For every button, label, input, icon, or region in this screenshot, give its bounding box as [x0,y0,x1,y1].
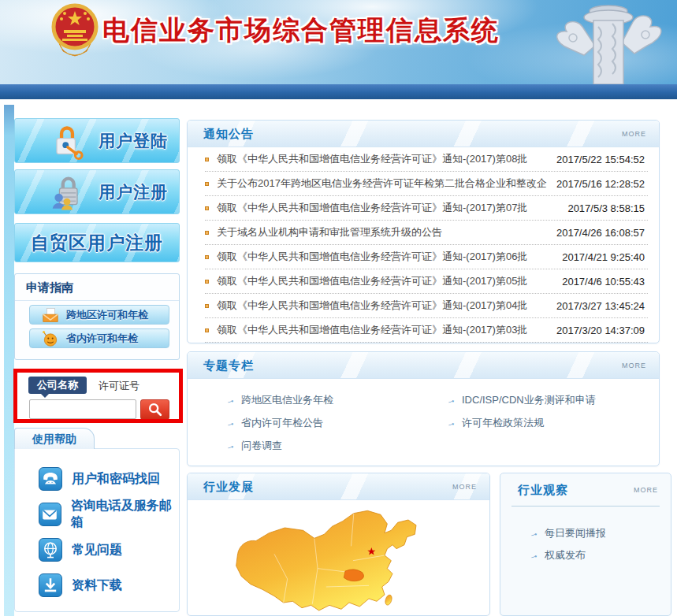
arrow-icon: → [224,416,236,429]
notices-more-link[interactable]: MORE [622,130,646,138]
national-emblem-icon [47,2,102,60]
notice-row: 领取《中华人民共和国增值电信业务经营许可证》通知-(2017)第07批2017/… [205,196,648,221]
ftz-register-button[interactable]: 自贸区用户注册 [14,223,180,262]
notice-row: 领取《中华人民共和国增值电信业务经营许可证》通知-(2017)第08批2017/… [205,147,648,172]
arrow-icon: → [224,439,236,452]
application-guide-panel: 申请指南 跨地区许可和年检 省内许可和年检 [14,273,180,360]
search-button[interactable] [140,399,169,420]
help-item-password-recovery[interactable]: 用户和密码找回 [39,466,160,492]
tab-license-number[interactable]: 许可证号 [99,379,139,393]
bullet-icon [205,304,209,308]
notice-link[interactable]: 关于域名从业机构申请和审批管理系统升级的公告 [217,225,547,239]
application-guide-title: 申请指南 [15,274,179,301]
notice-link[interactable]: 领取《中华人民共和国增值电信业务经营许可证》通知-(2017)第07批 [217,201,558,215]
cross-region-license-button[interactable]: 跨地区许可和年检 [29,305,169,325]
industry-watch-panel: 行业观察 MORE → 每日要闻播报 → 权威发布 [500,473,671,616]
mail-icon [39,503,61,526]
industry-watch-list: → 每日要闻播报 → 权威发布 [529,522,606,566]
notice-date: 2017/3/27 13:45:24 [556,300,648,312]
user-register-button[interactable]: 用户注册 [14,169,180,214]
help-item-label: 资料下载 [72,577,122,594]
help-item-downloads[interactable]: 资料下载 [39,573,122,598]
notice-date: 2017/5/3 8:58:15 [567,202,648,214]
site-header: 电信业务市场综合管理信息系统 [0,0,677,84]
smiley-icon [41,331,60,347]
top-nav-bar [0,84,677,99]
notice-date: 2017/4/6 10:55:43 [562,276,648,288]
industry-watch-header: 行业观察 MORE [511,473,660,507]
industry-watch-title: 行业观察 [518,483,568,498]
notice-date: 2017/4/26 16:08:57 [556,227,648,239]
topics-right-column: → IDC/ISP/CDN业务测评和申请 → 许可年检政策法规 [446,388,596,434]
industry-watch-more-link[interactable]: MORE [634,486,658,494]
notice-link[interactable]: 领取《中华人民共和国增值电信业务经营许可证》通知-(2017)第03批 [217,323,547,337]
topics-panel-header: 专题专栏 MORE [188,352,659,379]
watch-link-label: 权威发布 [545,548,586,562]
industry-development-more-link[interactable]: MORE [452,483,477,491]
industry-development-header: 行业发展 MORE [188,473,489,500]
bullet-icon [205,280,209,284]
topic-link-label: 跨地区电信业务年检 [241,393,333,407]
notice-link[interactable]: 领取《中华人民共和国增值电信业务经营许可证》通知-(2017)第08批 [217,152,547,166]
topics-title: 专题专栏 [203,358,254,373]
topic-link-license-policy[interactable]: → 许可年检政策法规 [446,411,596,434]
search-icon [147,402,163,417]
notice-link[interactable]: 领取《中华人民共和国增值电信业务经营许可证》通知-(2017)第05批 [217,274,552,288]
notices-panel: 通知公告 MORE 领取《中华人民共和国增值电信业务经营许可证》通知-(2017… [187,120,660,343]
company-search-widget: 公司名称 许可证号 [17,373,178,422]
topic-link-label: 许可年检政策法规 [462,416,544,430]
globe-icon [39,538,62,562]
notice-row: 领取《中华人民共和国增值电信业务经营许可证》通知-(2017)第04批2017/… [205,294,648,318]
province-license-button[interactable]: 省内许可和年检 [29,328,169,348]
help-item-label: 用户和密码找回 [72,471,160,488]
topics-left-column: → 跨地区电信业务年检 → 省内许可年检公告 → 问卷调查 [225,388,333,457]
watch-link-official-release[interactable]: → 权威发布 [529,544,606,566]
user-register-label: 用户注册 [99,181,168,203]
notice-row: 领取《中华人民共和国增值电信业务经营许可证》通知-(2017)第05批2017/… [205,269,648,294]
bullet-icon [205,158,209,161]
notices-panel-header: 通知公告 MORE [188,121,659,147]
help-item-contact[interactable]: 咨询电话及服务邮箱 [39,502,179,527]
search-input[interactable] [29,399,136,419]
help-item-label: 咨询电话及服务邮箱 [71,498,179,531]
topics-panel: 专题专栏 MORE → 跨地区电信业务年检 → 省内许可年检公告 → 问卷调查 … [187,351,660,466]
topic-link-province-announcement[interactable]: → 省内许可年检公告 [225,411,333,434]
topic-link-idc-isp-cdn[interactable]: → IDC/ISP/CDN业务测评和申请 [446,388,596,411]
notice-link[interactable]: 关于公布2017年跨地区电信业务经营许可证年检第二批合格企业和整改企业名单的通知 [217,176,547,191]
bullet-icon [205,231,209,235]
help-panel: 用户和密码找回 咨询电话及服务邮箱 常见问题 [14,448,180,612]
arrow-icon: → [527,526,540,540]
notice-row: 领取《中华人民共和国增值电信业务经营许可证》通知-(2017)第06批2017/… [205,245,648,269]
arrow-icon: → [445,416,457,429]
topic-link-cross-region-annual[interactable]: → 跨地区电信业务年检 [225,388,333,411]
help-item-faq[interactable]: 常见问题 [39,537,122,562]
topics-more-link[interactable]: MORE [622,362,646,369]
industry-development-panel: 行业发展 MORE [187,473,490,616]
user-login-label: 用户登陆 [99,130,168,152]
china-map[interactable] [219,508,456,616]
user-login-button[interactable]: 用户登陆 [14,118,180,163]
notice-date: 2017/5/22 15:54:52 [556,154,648,165]
watch-link-label: 每日要闻播报 [545,526,606,540]
arrow-icon: → [224,393,236,406]
notice-link[interactable]: 领取《中华人民共和国增值电信业务经营许可证》通知-(2017)第04批 [217,299,547,313]
notice-link[interactable]: 领取《中华人民共和国增值电信业务经营许可证》通知-(2017)第06批 [217,250,552,264]
tab-company-name[interactable]: 公司名称 [28,377,87,394]
arrow-icon: → [527,548,540,562]
page-title: 电信业务市场综合管理信息系统 [102,13,500,49]
cross-region-license-label: 跨地区许可和年检 [66,308,148,322]
topic-link-questionnaire[interactable]: → 问卷调查 [225,434,333,457]
bullet-icon [205,206,209,210]
province-license-label: 省内许可和年检 [66,332,138,346]
envelope-doc-icon [41,307,60,323]
bullet-icon [205,182,209,186]
notice-row: 领取《中华人民共和国增值电信业务经营许可证》通知-(2017)第03批2017/… [205,318,648,343]
bullet-icon [205,328,209,332]
watch-link-daily-news[interactable]: → 每日要闻播报 [529,522,606,544]
notice-row: 关于公布2017年跨地区电信业务经营许可证年检第二批合格企业和整改企业名单的通知… [205,172,648,196]
help-tab: 使用帮助 [14,428,95,449]
industry-development-title: 行业发展 [203,480,254,495]
notice-date: 2017/4/21 9:25:40 [562,251,648,263]
lock-users-icon [46,172,87,213]
download-icon [39,573,62,597]
